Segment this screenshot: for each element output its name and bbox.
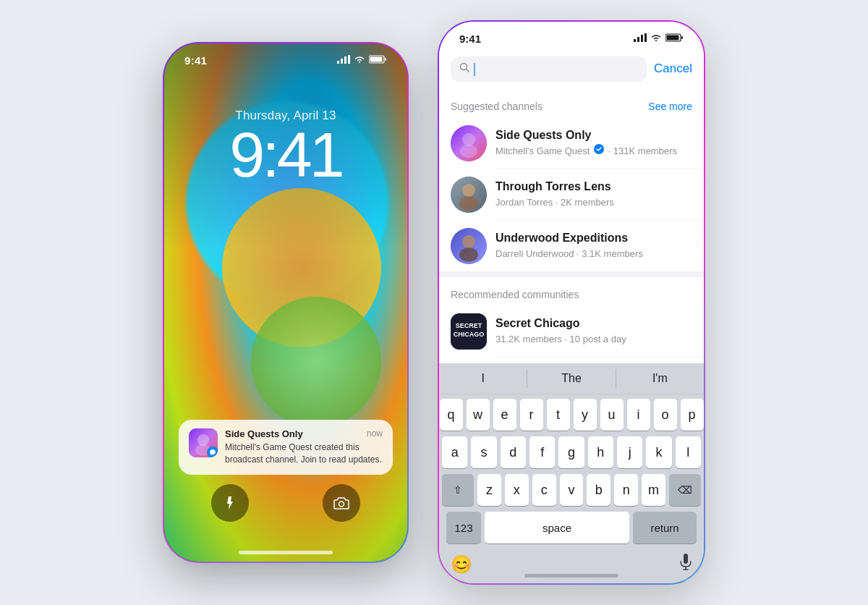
emoji-button[interactable]: 😊 [451, 554, 472, 575]
keyboard-rows: q w e r t y u i o p a s d f g [439, 394, 704, 551]
key-shift[interactable]: ⇧ [442, 474, 474, 506]
suggested-channels-header: Suggested channels See more [439, 89, 704, 118]
mic-button[interactable] [679, 554, 692, 575]
svg-point-29 [459, 248, 478, 262]
key-p[interactable]: p [681, 399, 704, 431]
notification-card[interactable]: Side Quests Only now Mitchell's Game Que… [179, 420, 393, 475]
left-status-bar: 9:41 [164, 54, 407, 67]
search-bar: Cancel [439, 51, 704, 89]
left-phone: 9:41 [163, 42, 409, 563]
svg-line-19 [467, 69, 469, 72]
channel-item-underwood[interactable]: Underwood Expeditions Darrell Underwood … [439, 221, 704, 271]
predictive-item-im[interactable]: I'm [616, 369, 704, 388]
keyboard-bottom-bar: 😊 [439, 551, 704, 583]
svg-rect-12 [637, 37, 639, 42]
svg-rect-0 [337, 61, 339, 64]
right-phone: 9:41 [438, 20, 705, 585]
key-row-4: 123 space return [442, 512, 701, 543]
signal-icon [337, 54, 350, 67]
flashlight-button[interactable] [211, 484, 249, 522]
channel-item-side-quests[interactable]: Side Quests Only Mitchell's Game Quest ·… [439, 118, 704, 169]
channel-avatar-underwood [451, 228, 487, 264]
key-l[interactable]: l [676, 436, 701, 468]
key-d[interactable]: d [501, 436, 526, 468]
key-n[interactable]: n [614, 474, 638, 506]
svg-rect-43 [684, 554, 688, 564]
messenger-badge [207, 447, 218, 457]
svg-rect-6 [370, 57, 383, 62]
verified-icon [594, 144, 604, 154]
home-indicator-right [524, 574, 618, 578]
channel-info-torres: Through Torres Lens Jordan Torres · 2K m… [495, 180, 692, 208]
key-t[interactable]: t [547, 399, 570, 431]
key-f[interactable]: f [529, 436, 555, 468]
notification-avatar [189, 428, 218, 457]
key-return[interactable]: return [633, 512, 697, 543]
search-input-wrap[interactable] [451, 56, 647, 82]
key-i[interactable]: i [627, 399, 650, 431]
channel-item-torres[interactable]: Through Torres Lens Jordan Torres · 2K m… [439, 169, 704, 220]
key-b[interactable]: b [587, 474, 610, 506]
community-info-secret-chicago: Secret Chicago 31.2K members · 10 post a… [495, 317, 692, 345]
channel-name-row-side-quests: Side Quests Only [495, 129, 692, 142]
notification-title: Side Quests Only [225, 428, 303, 439]
key-delete[interactable]: ⌫ [669, 474, 701, 506]
key-m[interactable]: m [642, 474, 665, 506]
phones-container: 9:41 [163, 20, 705, 585]
svg-rect-3 [348, 55, 350, 64]
key-row-2: a s d f g h j k l [442, 436, 701, 468]
channel-meta-underwood: Darrell Underwood · 3.1K members [495, 248, 643, 259]
key-w[interactable]: w [467, 399, 490, 431]
right-battery-icon [665, 32, 684, 45]
channel-name-torres: Through Torres Lens [495, 180, 611, 193]
key-y[interactable]: y [574, 399, 597, 431]
svg-rect-13 [641, 35, 643, 42]
right-signal-icon [634, 32, 647, 45]
key-s[interactable]: s [471, 436, 496, 468]
notification-time: now [367, 428, 383, 439]
lock-time: 9:41 [164, 123, 407, 187]
svg-rect-14 [644, 33, 647, 42]
recommended-communities-title: Recommended communities [451, 289, 579, 300]
left-status-icons [337, 54, 387, 67]
key-j[interactable]: j [617, 436, 642, 468]
key-h[interactable]: h [588, 436, 613, 468]
search-icon [459, 62, 469, 75]
key-row-1: q w e r t y u i o p [442, 399, 701, 431]
community-item-secret-chicago[interactable]: SECRET CHICAGO Secret Chicago 31.2K memb… [439, 306, 704, 357]
svg-rect-11 [634, 39, 636, 42]
key-u[interactable]: u [600, 399, 624, 431]
key-a[interactable]: a [442, 436, 467, 468]
key-q[interactable]: q [440, 399, 463, 431]
key-space[interactable]: space [485, 512, 629, 543]
notification-body: Mitchell's Game Quest created this broad… [225, 441, 383, 466]
svg-point-28 [462, 235, 475, 248]
key-numbers[interactable]: 123 [446, 512, 481, 543]
key-e[interactable]: e [493, 399, 516, 431]
cancel-button[interactable]: Cancel [654, 62, 692, 76]
predictive-item-the[interactable]: The [527, 369, 616, 388]
right-wifi-icon [650, 32, 662, 45]
key-z[interactable]: z [477, 474, 501, 506]
svg-point-22 [460, 145, 477, 158]
key-v[interactable]: v [560, 474, 584, 506]
predictive-item-i[interactable]: I [439, 369, 527, 388]
wifi-icon [354, 55, 365, 66]
svg-point-8 [197, 434, 209, 446]
community-item-chicago-nightlife[interactable]: Chicago Nightlife 24.7K members · 5 post… [439, 358, 704, 363]
key-r[interactable]: r [520, 399, 543, 431]
search-cursor [474, 63, 475, 76]
camera-button[interactable] [323, 484, 360, 522]
see-more-button[interactable]: See more [648, 101, 692, 112]
key-g[interactable]: g [558, 436, 584, 468]
key-o[interactable]: o [654, 399, 677, 431]
svg-point-26 [459, 196, 478, 211]
right-status-bar: 9:41 [439, 22, 704, 51]
channel-name-side-quests: Side Quests Only [495, 129, 591, 142]
svg-rect-5 [385, 58, 386, 61]
community-avatar-secret-chicago: SECRET CHICAGO [451, 313, 487, 350]
key-c[interactable]: c [532, 474, 556, 506]
key-k[interactable]: k [646, 436, 671, 468]
channel-meta-torres: Jordan Torres · 2K members [495, 197, 614, 208]
key-x[interactable]: x [505, 474, 529, 506]
